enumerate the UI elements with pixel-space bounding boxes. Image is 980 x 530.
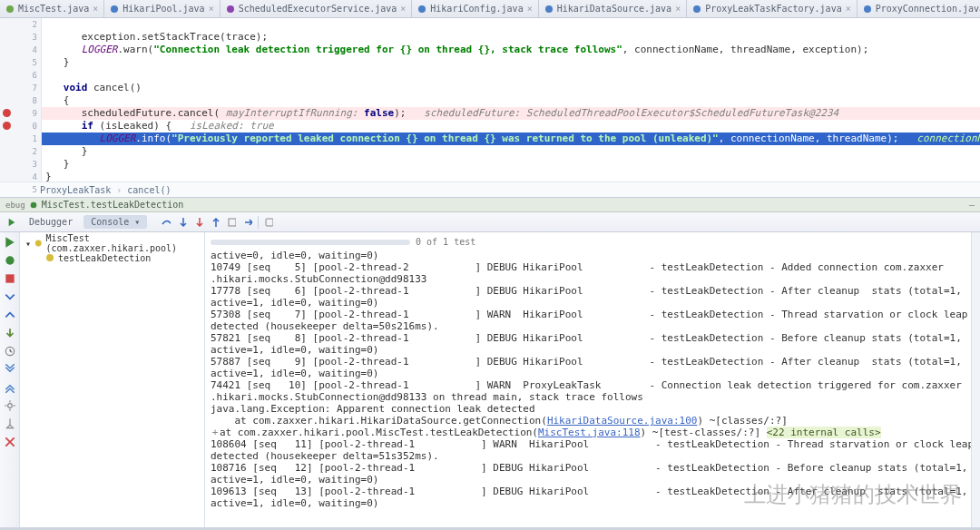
svg-point-16 bbox=[7, 404, 12, 408]
breadcrumb: ProxyLeakTask › cancel() bbox=[0, 182, 980, 198]
bug-icon bbox=[29, 201, 38, 210]
step-into-icon[interactable] bbox=[176, 216, 189, 229]
test-running-icon bbox=[45, 253, 54, 262]
debug-side-toolbar bbox=[0, 232, 20, 527]
svg-point-17 bbox=[35, 240, 42, 247]
tab-hikariconfig[interactable]: HikariConfig.java× bbox=[412, 0, 538, 17]
stack-link[interactable]: HikariDataSource.java:100 bbox=[547, 415, 698, 427]
expand-icon[interactable] bbox=[4, 363, 16, 376]
down-icon[interactable] bbox=[4, 290, 16, 303]
breakpoint-icon[interactable] bbox=[3, 122, 11, 130]
breakpoint-icon[interactable] bbox=[3, 109, 11, 117]
run-to-cursor-icon[interactable] bbox=[241, 216, 254, 229]
step-over-icon[interactable] bbox=[160, 216, 172, 229]
test-node-root[interactable]: ▾ MiscTest (com.zaxxer.hikari.pool) bbox=[25, 236, 199, 250]
tab-hikaripool[interactable]: HikariPool.java× bbox=[104, 0, 220, 17]
svg-point-13 bbox=[5, 256, 14, 264]
step-out-icon[interactable] bbox=[209, 216, 221, 229]
rerun-icon[interactable] bbox=[4, 236, 16, 249]
evaluate-icon[interactable] bbox=[262, 216, 275, 229]
debug-run-icon[interactable] bbox=[4, 254, 16, 267]
svg-rect-11 bbox=[266, 219, 273, 226]
svg-point-2 bbox=[227, 5, 234, 13]
debugger-tab[interactable]: Debugger bbox=[22, 215, 80, 229]
drop-frame-icon[interactable] bbox=[225, 216, 238, 229]
close-icon[interactable]: × bbox=[675, 4, 681, 14]
debug-body: ▾ MiscTest (com.zaxxer.hikari.pool) test… bbox=[0, 232, 980, 527]
test-running-icon bbox=[34, 239, 42, 248]
svg-point-18 bbox=[46, 254, 54, 261]
up-icon[interactable] bbox=[4, 309, 16, 321]
close-icon[interactable]: × bbox=[527, 4, 533, 14]
resume-icon[interactable] bbox=[5, 216, 18, 229]
settings-icon[interactable] bbox=[4, 399, 16, 412]
svg-point-1 bbox=[111, 5, 118, 13]
svg-point-0 bbox=[6, 5, 14, 13]
close-icon[interactable]: × bbox=[209, 4, 214, 14]
svg-point-5 bbox=[693, 5, 701, 13]
test-progress: 0 of 1 test bbox=[205, 232, 980, 250]
code-editor[interactable]: 2 3 4 5 6 7 8 9 0 1 2 3 4 5 exception.se… bbox=[0, 18, 980, 182]
expand-icon[interactable]: + bbox=[211, 427, 220, 438]
svg-point-3 bbox=[418, 5, 426, 13]
force-step-into-icon[interactable] bbox=[192, 216, 205, 229]
tab-scheduledexec[interactable]: ScheduledExecutorService.java× bbox=[220, 0, 413, 17]
close-icon[interactable]: × bbox=[400, 4, 406, 14]
tab-proxyconnection[interactable]: ProxyConnection.java× bbox=[858, 0, 980, 17]
svg-point-8 bbox=[30, 201, 36, 208]
tab-proxyleakfactory[interactable]: ProxyLeakTaskFactory.java× bbox=[687, 0, 858, 17]
debug-config-bar: ebug MiscTest.testLeakDetection — bbox=[0, 198, 980, 212]
stack-link[interactable]: MiscTest.java:118 bbox=[538, 427, 641, 438]
test-tree: ▾ MiscTest (com.zaxxer.hikari.pool) test… bbox=[20, 232, 205, 527]
console-tab[interactable]: Console ▾ bbox=[83, 215, 147, 229]
internal-calls-badge[interactable]: <22 internal calls> bbox=[767, 427, 881, 438]
history-icon[interactable] bbox=[4, 345, 16, 358]
stop-icon[interactable] bbox=[4, 272, 16, 285]
hide-icon[interactable]: — bbox=[969, 200, 975, 210]
gutter: 2 3 4 5 6 7 8 9 0 1 2 3 4 5 bbox=[0, 18, 42, 182]
tab-misctest[interactable]: MiscTest.java× bbox=[0, 0, 104, 17]
tab-hikaridatasource[interactable]: HikariDataSource.java× bbox=[539, 0, 687, 17]
editor-tab-bar: MiscTest.java× HikariPool.java× Schedule… bbox=[0, 0, 980, 18]
svg-rect-10 bbox=[229, 219, 236, 226]
svg-marker-12 bbox=[5, 237, 14, 248]
export-icon[interactable] bbox=[4, 327, 16, 339]
close-icon[interactable]: × bbox=[93, 4, 98, 14]
svg-point-6 bbox=[864, 5, 871, 13]
debug-toolbar: Debugger Console ▾ bbox=[0, 212, 980, 232]
scrollbar[interactable] bbox=[971, 232, 980, 527]
svg-point-4 bbox=[545, 5, 553, 13]
close-icon[interactable]: × bbox=[846, 4, 851, 14]
collapse-icon[interactable] bbox=[4, 381, 16, 394]
breadcrumb-method[interactable]: cancel() bbox=[127, 185, 171, 195]
execution-line: LOGGER.info("Previously reported leaked … bbox=[42, 132, 980, 145]
code-body[interactable]: exception.setStackTrace(trace); LOGGER.w… bbox=[42, 18, 980, 182]
close-panel-icon[interactable] bbox=[4, 436, 16, 448]
breadcrumb-class[interactable]: ProxyLeakTask bbox=[40, 185, 111, 195]
svg-rect-14 bbox=[5, 274, 14, 282]
console-output[interactable]: 0 of 1 test active=0, idle=0, waiting=0)… bbox=[205, 232, 980, 527]
svg-marker-9 bbox=[9, 218, 15, 225]
pin-icon[interactable] bbox=[4, 417, 16, 430]
